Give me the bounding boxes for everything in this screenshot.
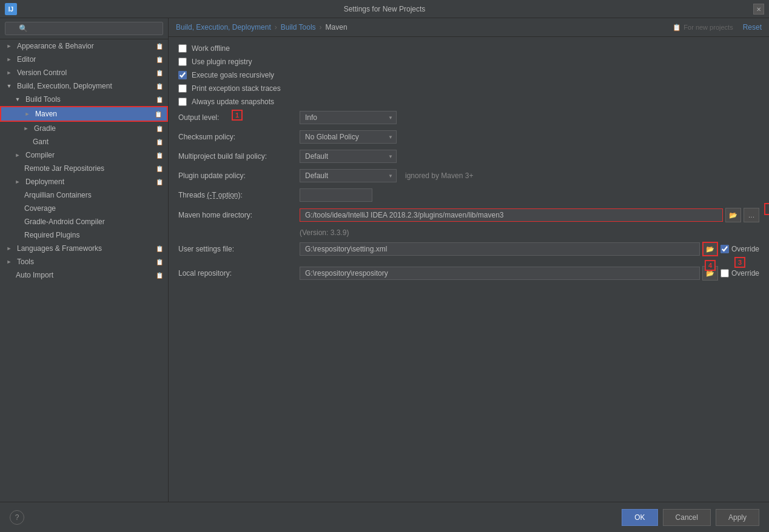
user-override-checkbox[interactable] — [720, 245, 729, 253]
sidebar-item-compiler[interactable]: ► Compiler 📋 — [0, 148, 168, 162]
sidebar-item-coverage[interactable]: Coverage — [0, 202, 168, 215]
plugin-update-row: Plugin update policy: Default Always Nev… — [178, 169, 759, 182]
sidebar-item-deployment[interactable]: ► Deployment 📋 — [0, 175, 168, 188]
plugin-update-select[interactable]: Default Always Never Interval — [300, 169, 397, 182]
threads-label: Threads (-T option): — [178, 191, 300, 199]
checksum-select-wrapper: No Global Policy Strict Warn Fail — [300, 130, 397, 144]
plugin-update-label: Plugin update policy: — [178, 171, 300, 180]
note-icon: 📋 — [673, 24, 681, 32]
execute-goals-label: Execute goals recursively — [192, 71, 274, 79]
output-level-select[interactable]: Info Debug Quiet — [300, 111, 397, 124]
multiproject-select[interactable]: Default At End Never After N — [300, 150, 397, 163]
copy-icon: 📋 — [156, 96, 163, 103]
copy-icon: 📋 — [156, 83, 163, 90]
output-level-row: Output level:1 Info Debug Quiet — [178, 111, 759, 124]
sidebar-label-appearance: Appearance & Behavior — [17, 42, 94, 50]
breadcrumb-bar: Build, Execution, Deployment › Build Too… — [169, 18, 769, 37]
breadcrumb-sep2: › — [320, 23, 322, 32]
sidebar-item-tools[interactable]: ► Tools 📋 — [0, 255, 168, 268]
close-button[interactable]: ✕ — [753, 4, 764, 15]
reset-button[interactable]: Reset — [743, 23, 762, 32]
ok-button[interactable]: OK — [622, 509, 657, 526]
user-settings-browse-button[interactable]: 📂 — [702, 242, 718, 256]
execute-goals-checkbox[interactable] — [178, 71, 187, 79]
sidebar-label-build-tools: Build Tools — [25, 95, 61, 104]
sidebar-item-arquillian[interactable]: Arquillian Containers — [0, 188, 168, 202]
sidebar-label-tools: Tools — [17, 258, 34, 266]
arrow-icon: ► — [5, 68, 13, 77]
threads-control — [300, 188, 759, 202]
search-box: 🔍 — [0, 18, 168, 39]
sidebar-label-editor: Editor — [17, 55, 36, 64]
threads-input[interactable] — [300, 188, 372, 202]
use-plugin-checkbox[interactable] — [178, 58, 187, 66]
print-exception-checkbox[interactable] — [178, 84, 187, 93]
sidebar-label-remote-jar: Remote Jar Repositories — [24, 164, 104, 173]
local-override-row: Override — [720, 269, 759, 278]
sidebar-item-remote-jar[interactable]: Remote Jar Repositories 📋 — [0, 162, 168, 175]
multiproject-select-wrapper: Default At End Never After N — [300, 150, 397, 163]
threads-row: Threads (-T option): — [178, 188, 759, 202]
work-offline-checkbox[interactable] — [178, 44, 187, 53]
sidebar-item-version-control[interactable]: ► Version Control 📋 — [0, 66, 168, 79]
annotation-2: 2 — [764, 203, 769, 215]
breadcrumb-part2[interactable]: Build Tools — [281, 23, 316, 32]
local-override-checkbox[interactable] — [720, 269, 729, 278]
sidebar-item-gant[interactable]: Gant 📋 — [0, 135, 168, 148]
action-buttons: OK Cancel Apply — [622, 509, 759, 526]
arrow-icon: ► — [5, 258, 13, 266]
arrow-icon: ▼ — [5, 82, 13, 90]
help-button[interactable]: ? — [10, 510, 24, 525]
sidebar-item-gradle[interactable]: ► Gradle 📋 — [0, 122, 168, 135]
sidebar-label-compiler: Compiler — [25, 151, 55, 159]
main-panel: Build, Execution, Deployment › Build Too… — [169, 18, 769, 502]
breadcrumb-part1[interactable]: Build, Execution, Deployment — [176, 23, 271, 32]
user-settings-input[interactable] — [300, 242, 700, 256]
local-repo-control: 📂 Override — [300, 266, 759, 281]
sidebar-item-build-tools[interactable]: ▼ Build Tools 📋 — [0, 93, 168, 106]
sidebar-item-build-exec[interactable]: ▼ Build, Execution, Deployment 📋 — [0, 79, 168, 93]
maven-home-browse-button[interactable]: 📂 — [725, 208, 741, 222]
print-exception-row: Print exception stack traces — [178, 84, 759, 93]
sidebar-item-maven[interactable]: ► Maven 📋 — [0, 106, 168, 122]
sidebar-item-appearance[interactable]: ► Appearance & Behavior 📋 — [0, 39, 168, 53]
print-exception-label: Print exception stack traces — [192, 84, 281, 93]
sidebar-label-gradle: Gradle — [34, 124, 56, 133]
sidebar-item-required-plugins[interactable]: Required Plugins — [0, 228, 168, 242]
checksum-policy-label: Checksum policy: — [178, 133, 300, 141]
local-repo-input[interactable] — [300, 267, 700, 280]
copy-icon: 📋 — [156, 125, 163, 132]
always-update-checkbox[interactable] — [178, 98, 187, 106]
multiproject-row: Multiproject build fail policy: Default … — [178, 150, 759, 163]
checksum-policy-select[interactable]: No Global Policy Strict Warn Fail — [300, 130, 397, 144]
breadcrumb-part3: Maven — [326, 23, 348, 32]
cancel-button[interactable]: Cancel — [663, 509, 711, 526]
sidebar-item-auto-import[interactable]: Auto Import 📋 — [0, 268, 168, 282]
arrow-icon: ► — [23, 110, 32, 118]
always-update-row: Always update snapshots — [178, 98, 759, 106]
local-repo-label: Local repository: — [178, 269, 300, 278]
maven-home-input[interactable] — [300, 208, 723, 222]
copy-icon: 📋 — [155, 111, 162, 118]
sidebar-item-gradle-android[interactable]: Gradle-Android Compiler — [0, 215, 168, 228]
checksum-policy-control: No Global Policy Strict Warn Fail — [300, 130, 759, 144]
user-override-row: Override 3 — [720, 245, 759, 253]
copy-icon: 📋 — [156, 245, 163, 252]
checksum-policy-row: Checksum policy: No Global Policy Strict… — [178, 130, 759, 144]
sidebar: 🔍 ► Appearance & Behavior 📋 ► Editor 📋 ►… — [0, 18, 169, 502]
content-area: 🔍 ► Appearance & Behavior 📋 ► Editor 📋 ►… — [0, 18, 769, 502]
sidebar-label-build-exec: Build, Execution, Deployment — [17, 82, 112, 90]
arrow-icon: ▼ — [13, 95, 22, 104]
sidebar-label-gant: Gant — [33, 138, 49, 146]
apply-button[interactable]: Apply — [716, 509, 759, 526]
search-input[interactable] — [5, 22, 163, 35]
arrow-icon: ► — [5, 42, 13, 50]
sidebar-item-editor[interactable]: ► Editor 📋 — [0, 53, 168, 66]
copy-icon: 📋 — [156, 179, 163, 185]
copy-icon: 📋 — [156, 272, 163, 279]
plugin-update-control: Default Always Never Interval ignored by… — [300, 169, 759, 182]
sidebar-item-languages[interactable]: ► Languages & Frameworks 📋 — [0, 242, 168, 255]
app-icon: IJ — [5, 3, 17, 15]
main-container: 🔍 ► Appearance & Behavior 📋 ► Editor 📋 ►… — [0, 18, 769, 532]
maven-home-extra-button[interactable]: … — [744, 208, 759, 222]
